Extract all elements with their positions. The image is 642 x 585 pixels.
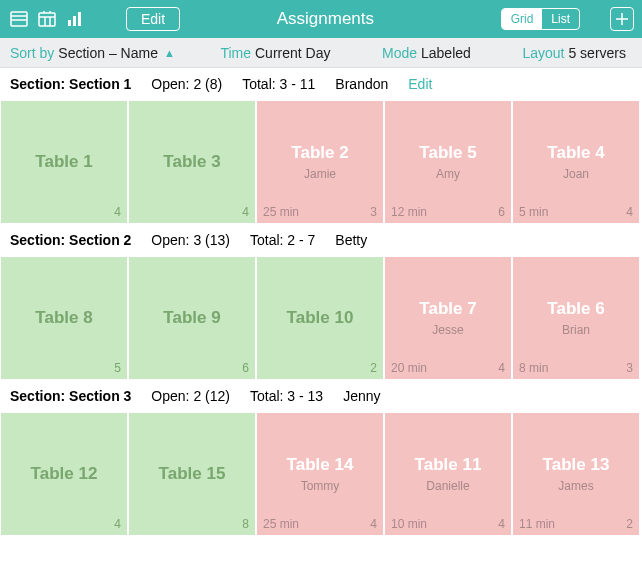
- table-count: 6: [242, 361, 249, 375]
- table-count: 4: [114, 517, 121, 531]
- table-name: Table 7: [419, 299, 476, 319]
- table-name: Table 10: [287, 308, 354, 328]
- table-time: 20 min: [391, 361, 427, 375]
- table-server: Joan: [563, 167, 589, 181]
- section-edit-button[interactable]: Edit: [408, 76, 432, 92]
- table-name: Table 12: [31, 464, 98, 484]
- mode-filter[interactable]: Mode Labeled: [382, 45, 477, 61]
- section-owner: Betty: [335, 232, 367, 248]
- table-tile[interactable]: Table 8 5: [0, 256, 128, 380]
- layout-label: Layout: [522, 45, 564, 61]
- table-server: Jesse: [432, 323, 463, 337]
- section-title: Section: Section 2: [10, 232, 131, 248]
- table-grid: Table 8 5Table 9 6Table 10 2Table 7 Jess…: [0, 256, 642, 380]
- svg-rect-0: [11, 12, 27, 26]
- list-toggle[interactable]: List: [542, 9, 579, 29]
- table-name: Table 4: [547, 143, 604, 163]
- table-count: 6: [498, 205, 505, 219]
- chart-icon[interactable]: [64, 8, 86, 30]
- table-time: 25 min: [263, 517, 299, 531]
- table-count: 4: [114, 205, 121, 219]
- table-count: 4: [242, 205, 249, 219]
- table-tile[interactable]: Table 13 James 11 min 2: [512, 412, 640, 536]
- table-server: Tommy: [301, 479, 340, 493]
- table-name: Table 15: [159, 464, 226, 484]
- table-tile[interactable]: Table 9 6: [128, 256, 256, 380]
- sort-arrow-icon: ▲: [164, 47, 175, 59]
- table-name: Table 1: [35, 152, 92, 172]
- calendar-icon[interactable]: [36, 8, 58, 30]
- mode-value: Labeled: [421, 45, 471, 61]
- section-header: Section: Section 2 Open: 3 (13) Total: 2…: [0, 224, 642, 256]
- table-grid: Table 1 4Table 3 4Table 2 Jamie 25 min 3…: [0, 100, 642, 224]
- section-total: Total: 3 - 13: [250, 388, 323, 404]
- table-count: 2: [626, 517, 633, 531]
- svg-rect-9: [68, 20, 71, 26]
- filter-bar: Sort by Section – Name ▲ Time Current Da…: [0, 38, 642, 68]
- view-toggle[interactable]: Grid List: [501, 8, 580, 30]
- table-server: James: [558, 479, 593, 493]
- table-name: Table 14: [287, 455, 354, 475]
- table-tile[interactable]: Table 14 Tommy 25 min 4: [256, 412, 384, 536]
- mode-label: Mode: [382, 45, 417, 61]
- list-icon[interactable]: [8, 8, 30, 30]
- sort-filter[interactable]: Sort by Section – Name ▲: [10, 45, 175, 61]
- sort-label: Sort by: [10, 45, 54, 61]
- table-name: Table 2: [291, 143, 348, 163]
- section-total: Total: 3 - 11: [242, 76, 315, 92]
- page-title: Assignments: [150, 9, 501, 29]
- table-name: Table 11: [415, 455, 482, 475]
- table-count: 4: [626, 205, 633, 219]
- table-tile[interactable]: Table 10 2: [256, 256, 384, 380]
- table-count: 5: [114, 361, 121, 375]
- section-total: Total: 2 - 7: [250, 232, 315, 248]
- layout-value: 5 servers: [568, 45, 626, 61]
- section-title: Section: Section 1: [10, 76, 131, 92]
- table-tile[interactable]: Table 5 Amy 12 min 6: [384, 100, 512, 224]
- table-tile[interactable]: Table 3 4: [128, 100, 256, 224]
- section-open: Open: 3 (13): [151, 232, 230, 248]
- grid-toggle[interactable]: Grid: [502, 9, 543, 29]
- add-button[interactable]: [610, 7, 634, 31]
- section-open: Open: 2 (8): [151, 76, 222, 92]
- table-name: Table 13: [543, 455, 610, 475]
- table-grid: Table 12 4Table 15 8Table 14 Tommy 25 mi…: [0, 412, 642, 536]
- table-count: 8: [242, 517, 249, 531]
- layout-filter[interactable]: Layout 5 servers: [522, 45, 632, 61]
- time-label: Time: [220, 45, 251, 61]
- table-tile[interactable]: Table 12 4: [0, 412, 128, 536]
- table-time: 10 min: [391, 517, 427, 531]
- table-count: 4: [498, 517, 505, 531]
- table-tile[interactable]: Table 15 8: [128, 412, 256, 536]
- table-server: Jamie: [304, 167, 336, 181]
- table-time: 8 min: [519, 361, 548, 375]
- top-bar: Edit Assignments Grid List: [0, 0, 642, 38]
- table-count: 4: [370, 517, 377, 531]
- table-name: Table 8: [35, 308, 92, 328]
- svg-rect-10: [73, 16, 76, 26]
- section-owner: Brandon: [335, 76, 388, 92]
- table-time: 12 min: [391, 205, 427, 219]
- sort-value: Section – Name: [58, 45, 158, 61]
- table-count: 3: [370, 205, 377, 219]
- table-name: Table 5: [419, 143, 476, 163]
- table-tile[interactable]: Table 11 Danielle 10 min 4: [384, 412, 512, 536]
- time-filter[interactable]: Time Current Day: [220, 45, 336, 61]
- table-tile[interactable]: Table 6 Brian 8 min 3: [512, 256, 640, 380]
- table-count: 2: [370, 361, 377, 375]
- table-tile[interactable]: Table 7 Jesse 20 min 4: [384, 256, 512, 380]
- time-value: Current Day: [255, 45, 330, 61]
- table-time: 25 min: [263, 205, 299, 219]
- section-header: Section: Section 1 Open: 2 (8) Total: 3 …: [0, 68, 642, 100]
- table-count: 3: [626, 361, 633, 375]
- sections-container: Section: Section 1 Open: 2 (8) Total: 3 …: [0, 68, 642, 536]
- table-tile[interactable]: Table 2 Jamie 25 min 3: [256, 100, 384, 224]
- table-server: Amy: [436, 167, 460, 181]
- table-name: Table 6: [547, 299, 604, 319]
- section-title: Section: Section 3: [10, 388, 131, 404]
- table-tile[interactable]: Table 4 Joan 5 min 4: [512, 100, 640, 224]
- table-tile[interactable]: Table 1 4: [0, 100, 128, 224]
- toolbar-icons: [8, 8, 86, 30]
- section-owner: Jenny: [343, 388, 380, 404]
- table-time: 5 min: [519, 205, 548, 219]
